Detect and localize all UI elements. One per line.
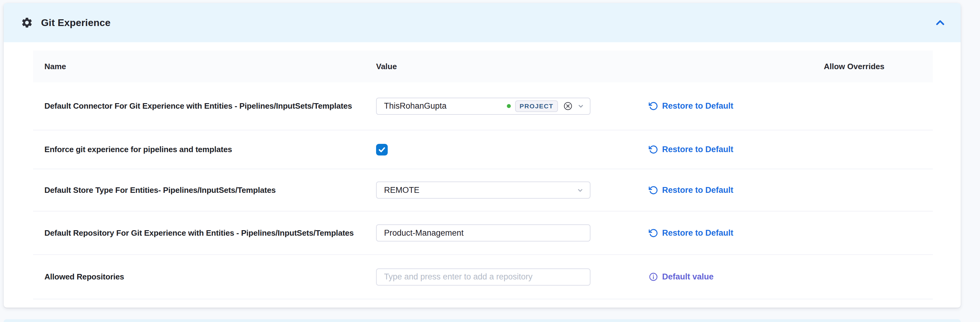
restore-icon: [649, 101, 658, 111]
info-icon: [649, 272, 658, 282]
restore-to-default-button[interactable]: Restore to Default: [649, 145, 733, 154]
section-header-git-experience[interactable]: Git Experience: [4, 3, 961, 42]
setting-label: Default Repository For Git Experience wi…: [33, 228, 376, 238]
default-value-indicator[interactable]: Default value: [649, 272, 714, 282]
connector-value: ThisRohanGupta: [384, 101, 507, 111]
table-row: Default Repository For Git Experience wi…: [33, 211, 933, 255]
git-experience-settings-card: Git Experience Name Value Allow Override…: [4, 3, 961, 308]
column-header-name: Name: [33, 62, 376, 71]
setting-label: Allowed Repositories: [33, 272, 376, 282]
setting-label: Enforce git experience for pipelines and…: [33, 145, 376, 154]
restore-to-default-button[interactable]: Restore to Default: [649, 186, 733, 195]
restore-icon: [649, 186, 658, 195]
default-value-label: Default value: [662, 272, 714, 282]
next-section-header-strip: [4, 319, 961, 322]
check-icon: [377, 145, 387, 154]
section-title: Git Experience: [41, 17, 111, 29]
chevron-up-icon[interactable]: [934, 16, 947, 29]
restore-label: Restore to Default: [662, 186, 733, 195]
setting-label: Default Store Type For Entities- Pipelin…: [33, 186, 376, 195]
store-type-value: REMOTE: [384, 186, 420, 195]
restore-label: Restore to Default: [662, 145, 733, 154]
table-row: Default Connector For Git Experience wit…: [33, 82, 933, 130]
restore-icon: [649, 228, 658, 238]
chevron-down-icon: [576, 186, 584, 194]
clear-connector-icon[interactable]: [563, 101, 573, 111]
settings-table: Name Value Allow Overrides Default Conne…: [33, 51, 933, 299]
restore-label: Restore to Default: [662, 228, 733, 238]
table-header-row: Name Value Allow Overrides: [33, 51, 933, 82]
table-row: Default Store Type For Entities- Pipelin…: [33, 169, 933, 211]
default-connector-select[interactable]: ThisRohanGupta PROJECT: [376, 98, 590, 115]
settings-gear-icon: [21, 16, 33, 29]
default-repository-input[interactable]: [376, 224, 590, 241]
restore-label: Restore to Default: [662, 101, 733, 111]
default-store-type-select[interactable]: REMOTE: [376, 181, 590, 199]
connector-status-dot-icon: [507, 104, 511, 108]
table-row: Allowed Repositories Default value: [33, 255, 933, 299]
restore-to-default-button[interactable]: Restore to Default: [649, 228, 733, 238]
column-header-value: Value: [376, 62, 824, 71]
column-header-allow-overrides: Allow Overrides: [824, 62, 933, 71]
table-row: Enforce git experience for pipelines and…: [33, 130, 933, 169]
restore-to-default-button[interactable]: Restore to Default: [649, 101, 733, 111]
chevron-down-icon[interactable]: [577, 102, 585, 110]
enforce-git-experience-checkbox[interactable]: [376, 144, 388, 155]
setting-label: Default Connector For Git Experience wit…: [33, 101, 376, 111]
restore-icon: [649, 145, 658, 154]
project-scope-badge: PROJECT: [515, 100, 558, 112]
allowed-repositories-input[interactable]: [376, 268, 590, 286]
